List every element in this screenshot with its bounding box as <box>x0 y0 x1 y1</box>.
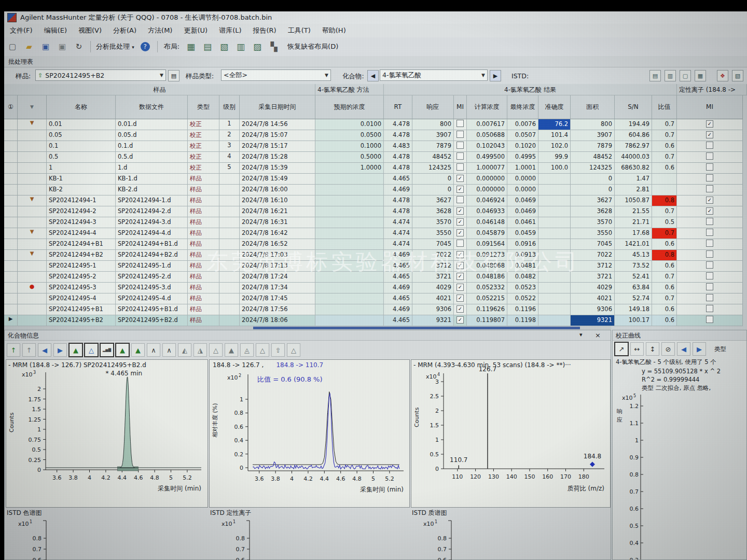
h-zoom-icon[interactable]: ↔ <box>630 342 644 356</box>
restore-layout-button[interactable]: 恢复缺省布局(D) <box>282 42 343 51</box>
table-row[interactable]: ▼SP202412494-1SP202412494-1.d样品2024/7/8 … <box>4 195 743 206</box>
narrow-peak-icon[interactable]: ∧ <box>162 343 176 357</box>
overlay-peak-1-icon[interactable]: ◭ <box>178 343 191 357</box>
zoom-peak-view-icon[interactable]: ▲ <box>115 343 130 357</box>
mi-qualifier-checkbox[interactable] <box>706 305 713 312</box>
scale-fit-icon[interactable]: △ <box>287 343 300 357</box>
column-header-2[interactable]: 类型 <box>188 95 219 119</box>
table-horizontal-scrollbar[interactable] <box>4 326 611 330</box>
table-row[interactable]: ●SP202412495-3SP202412495-3.d样品2024/7/8 … <box>4 283 743 293</box>
prev-curve-icon[interactable]: ◀ <box>677 342 690 356</box>
mi-qualifier-checkbox[interactable]: ✓ <box>706 197 713 204</box>
column-header-0[interactable]: 名称 <box>47 95 116 119</box>
column-header-12[interactable]: 面积 <box>571 95 615 119</box>
table-row[interactable]: KB-1KB-1.d样品2024/7/8 15:494.4650✓0.00000… <box>4 174 743 185</box>
column-header-5[interactable]: 预期的浓度 <box>315 95 384 119</box>
overlay-peak-4-icon[interactable]: ▲ <box>225 343 238 357</box>
new-file-icon[interactable]: ▢ <box>6 40 19 53</box>
analyze-batch-icon[interactable]: ↻ <box>72 40 86 53</box>
mi-qualifier-checkbox[interactable] <box>706 261 713 269</box>
mi-checkbox[interactable] <box>457 196 464 203</box>
mi-qualifier-checkbox[interactable] <box>706 163 713 171</box>
mi-checkbox[interactable]: ✓ <box>457 295 464 302</box>
collapse-panel-icon[interactable]: ▾ <box>579 331 583 338</box>
table-row[interactable]: SP202412494-3SP202412494-3.d样品2024/7/8 1… <box>4 217 743 228</box>
table-row[interactable]: SP202412494+B1SP202412494+B1.d样品2024/7/8… <box>4 239 743 250</box>
mi-checkbox[interactable] <box>457 142 464 149</box>
menu-item-7[interactable]: 报告(R) <box>247 26 282 35</box>
column-header-11[interactable]: 准确度 <box>538 95 571 119</box>
mi-checkbox[interactable] <box>457 163 464 171</box>
mi-qualifier-checkbox[interactable] <box>706 185 713 192</box>
mi-qualifier-checkbox[interactable] <box>706 240 713 247</box>
table-row[interactable]: 11.d校正52024/7/8 15:391.00004.4781243251.… <box>4 163 743 174</box>
prev-compound-icon[interactable]: ◀ <box>38 343 51 357</box>
mi-qualifier-checkbox[interactable] <box>706 152 713 160</box>
overlay-peak-2-icon[interactable]: ◮ <box>193 343 207 357</box>
column-header-6[interactable]: RT <box>384 95 412 119</box>
compound-prev-button[interactable]: ◀ <box>367 70 379 81</box>
column-header-10[interactable]: 最终浓度 <box>507 95 538 119</box>
layout-2-icon[interactable]: ▤ <box>201 40 214 53</box>
layout-5-icon[interactable]: ▨ <box>251 40 264 53</box>
layout-1-icon[interactable]: ▦ <box>184 40 198 53</box>
sample-select[interactable]: ⇧ SP202412495+B2▼ <box>35 69 166 81</box>
compound-next-button[interactable]: ▶ <box>490 70 501 81</box>
sample-type-select[interactable]: <全部>▼ <box>221 69 331 81</box>
table-row[interactable]: 0.10.1.d校正32024/7/8 15:170.10004.4837879… <box>4 141 743 152</box>
mi-checkbox[interactable]: ✓ <box>457 262 464 269</box>
help-icon[interactable]: ? <box>141 42 150 51</box>
open-folder-icon[interactable]: ▰ <box>22 40 36 53</box>
mi-checkbox[interactable]: ✓ <box>457 186 464 193</box>
mi-qualifier-checkbox[interactable] <box>706 316 713 323</box>
mi-qualifier-checkbox[interactable]: ✓ <box>706 131 713 138</box>
mi-qualifier-checkbox[interactable] <box>706 142 713 149</box>
menu-item-0[interactable]: 文件(F) <box>4 26 38 35</box>
spectrum-bars-view-icon[interactable]: ▂▅▇ <box>100 343 114 357</box>
chromatogram-view-icon[interactable]: ▲ <box>68 343 83 357</box>
layout-4-icon[interactable]: ▥ <box>234 40 247 53</box>
mi-checkbox[interactable]: ✓ <box>457 175 464 182</box>
mi-checkbox[interactable] <box>457 240 464 247</box>
mi-checkbox[interactable]: ✓ <box>457 218 464 226</box>
menu-item-4[interactable]: 方法(M) <box>142 26 178 35</box>
copy-icon[interactable]: ▣ <box>56 40 69 53</box>
menu-item-2[interactable]: 视图(V) <box>73 26 107 35</box>
table-row[interactable]: ▼0.010.01.d校正12024/7/8 14:560.01004.4788… <box>4 119 743 130</box>
v-zoom-icon[interactable]: ↕ <box>646 342 659 356</box>
pane-bottom-icon[interactable]: ▥ <box>665 70 676 81</box>
move-up-icon[interactable]: ↑ <box>7 343 20 357</box>
overlay-peak-3-icon[interactable]: △ <box>209 343 223 357</box>
pane-grid-icon[interactable]: ▦ <box>695 70 706 81</box>
column-header-13[interactable]: S/N <box>615 95 652 119</box>
next-compound-icon[interactable]: ▶ <box>53 343 67 357</box>
fit-zoom-icon[interactable]: ↗ <box>614 342 629 356</box>
column-header-14[interactable]: 比值 <box>652 95 677 119</box>
layout-tile-icon[interactable]: ▚ <box>267 40 281 53</box>
pane-single-icon[interactable]: ▢ <box>680 70 691 81</box>
table-row[interactable]: 0.050.05.d校正22024/7/8 15:070.05004.47839… <box>4 130 743 141</box>
menu-item-8[interactable]: 工具(T) <box>282 26 316 35</box>
table-row[interactable]: SP202412495-2SP202412495-2.d样品2024/7/8 1… <box>4 272 743 283</box>
mi-checkbox[interactable]: ✓ <box>457 207 464 215</box>
column-header-3[interactable]: 级别 <box>219 95 240 119</box>
overlay-peak-5-icon[interactable]: ◬ <box>240 343 254 357</box>
scrollbar-thumb[interactable] <box>253 327 580 329</box>
column-header-9[interactable]: 计算浓度 <box>467 95 507 119</box>
table-row[interactable]: ▶SP202412495+B2SP202412495+B2.d样品2024/7/… <box>4 315 743 326</box>
close-panel-icon[interactable]: × <box>595 331 601 339</box>
menu-item-3[interactable]: 分析(A) <box>107 26 142 35</box>
menu-item-9[interactable]: 帮助(H) <box>316 26 352 35</box>
table-row[interactable]: 0.50.5.d校正42024/7/8 15:280.50004.4784845… <box>4 152 743 163</box>
qualifier-view-icon[interactable]: △ <box>84 343 99 357</box>
mi-qualifier-checkbox[interactable]: ✓ <box>706 120 713 128</box>
single-peak-icon[interactable]: ▲ <box>131 343 145 357</box>
save-icon[interactable]: ▣ <box>39 40 52 53</box>
layout-3-icon[interactable]: ▧ <box>217 40 231 53</box>
table-row[interactable]: SP202412495+B1SP202412495+B1.d样品2024/7/8… <box>4 304 743 315</box>
column-header-1[interactable]: 数据文件 <box>116 95 188 119</box>
analyze-batch-button[interactable]: 分析批处理 ▾ <box>94 42 136 51</box>
table-row[interactable]: KB-2KB-2.d样品2024/7/8 16:004.4690✓0.00000… <box>4 185 743 195</box>
overlay-peak-6-icon[interactable]: △ <box>256 343 269 357</box>
no-zoom-icon[interactable]: ⊘ <box>661 342 675 356</box>
